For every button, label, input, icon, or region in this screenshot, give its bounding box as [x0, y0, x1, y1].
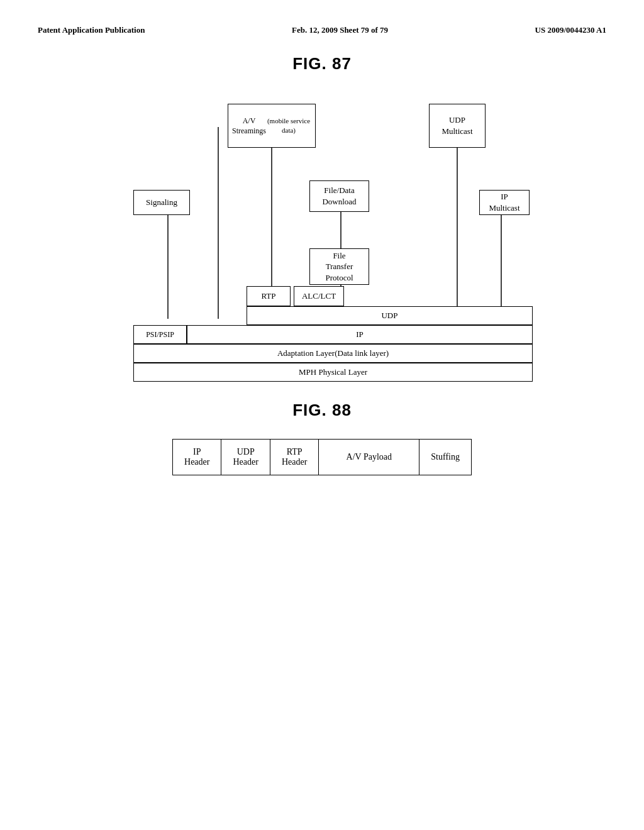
header-left: Patent Application Publication — [38, 25, 145, 35]
cell-udp-header: UDPHeader — [221, 440, 270, 475]
header-right: US 2009/0044230 A1 — [535, 25, 606, 35]
box-ip-multicast: IPMulticast — [479, 190, 530, 215]
fig88-table: IPHeader UDPHeader RTPHeader A/V Payload… — [172, 439, 472, 475]
box-signaling: Signaling — [133, 190, 190, 215]
page-header: Patent Application Publication Feb. 12, … — [38, 25, 606, 35]
cell-av-payload: A/V Payload — [319, 440, 419, 475]
box-mph-physical: MPH Physical Layer — [133, 363, 533, 382]
fig88-section: FIG. 88 IPHeader UDPHeader RTPHeader A/V… — [38, 401, 606, 475]
table-row: IPHeader UDPHeader RTPHeader A/V Payload… — [173, 440, 472, 475]
box-udp-multicast: UDPMulticast — [429, 104, 486, 148]
fig87-diagram: A/VStreamings(mobile service data) UDPMu… — [108, 92, 536, 363]
fig88-title: FIG. 88 — [38, 401, 606, 420]
header-middle: Feb. 12, 2009 Sheet 79 of 79 — [292, 25, 388, 35]
box-av-streamings: A/VStreamings(mobile service data) — [228, 104, 316, 148]
fig87-title: FIG. 87 — [38, 54, 606, 74]
cell-rtp-header: RTPHeader — [270, 440, 318, 475]
box-adaptation-layer: Adaptation Layer(Data link layer) — [133, 344, 533, 363]
cell-ip-header: IPHeader — [173, 440, 221, 475]
fig88-table-wrap: IPHeader UDPHeader RTPHeader A/V Payload… — [38, 439, 606, 475]
box-alc-lct: ALC/LCT — [294, 286, 344, 306]
box-psi-psip: PSI/PSIP — [133, 325, 187, 344]
page: Patent Application Publication Feb. 12, … — [0, 0, 644, 830]
box-ip: IP — [187, 325, 533, 344]
box-udp: UDP — [247, 306, 533, 325]
box-file-data-download: File/DataDownload — [309, 180, 369, 212]
cell-stuffing: Stuffing — [419, 440, 472, 475]
box-rtp: RTP — [247, 286, 291, 306]
box-file-transfer-protocol: FileTransferProtocol — [309, 248, 369, 285]
